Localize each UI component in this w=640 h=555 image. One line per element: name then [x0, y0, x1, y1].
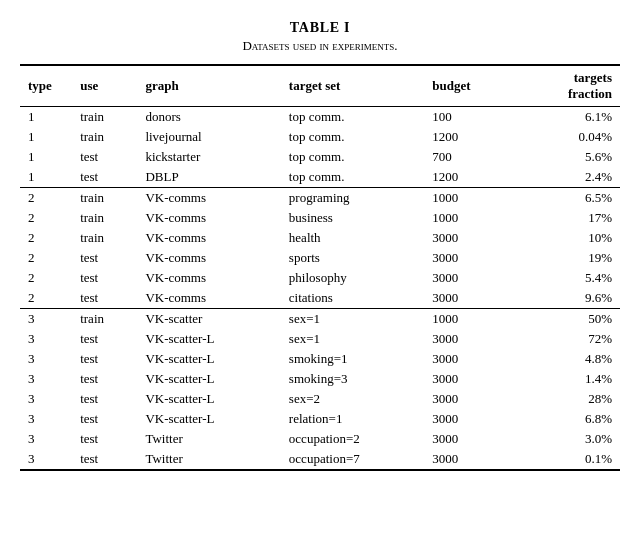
table-cell: smoking=1	[281, 349, 424, 369]
table-cell: 0.1%	[522, 449, 620, 470]
table-cell: VK-scatter-L	[137, 369, 280, 389]
table-row: 1trainlivejournaltop comm.12000.04%	[20, 127, 620, 147]
table-cell: 3000	[424, 228, 522, 248]
table-cell: 9.6%	[522, 288, 620, 309]
table-cell: test	[72, 147, 137, 167]
table-cell: occupation=7	[281, 449, 424, 470]
table-cell: VK-comms	[137, 288, 280, 309]
table-cell: 10%	[522, 228, 620, 248]
table-cell: top comm.	[281, 147, 424, 167]
table-cell: 1000	[424, 208, 522, 228]
table-cell: 700	[424, 147, 522, 167]
table-cell: 5.6%	[522, 147, 620, 167]
table-cell: 2	[20, 288, 72, 309]
table-cell: test	[72, 329, 137, 349]
table-cell: train	[72, 309, 137, 330]
table-cell: 3000	[424, 288, 522, 309]
table-cell: VK-scatter-L	[137, 409, 280, 429]
table-row: 2testVK-commsphilosophy30005.4%	[20, 268, 620, 288]
table-row: 2trainVK-commsbusiness100017%	[20, 208, 620, 228]
table-cell: DBLP	[137, 167, 280, 188]
table-cell: sex=2	[281, 389, 424, 409]
table-cell: Twitter	[137, 429, 280, 449]
table-cell: 3	[20, 429, 72, 449]
table-cell: 3	[20, 369, 72, 389]
table-cell: 3	[20, 309, 72, 330]
table-row: 3testTwitteroccupation=230003.0%	[20, 429, 620, 449]
table-cell: 3	[20, 329, 72, 349]
table-cell: VK-scatter-L	[137, 329, 280, 349]
col-header-targetset: target set	[281, 65, 424, 107]
table-cell: 1	[20, 167, 72, 188]
table-header-row: type use graph target set budget targets…	[20, 65, 620, 107]
table-cell: top comm.	[281, 107, 424, 128]
table-cell: 2	[20, 268, 72, 288]
table-row: 2testVK-commscitations30009.6%	[20, 288, 620, 309]
table-row: 3testVK-scatter-Lsex=1300072%	[20, 329, 620, 349]
table-cell: kickstarter	[137, 147, 280, 167]
table-cell: 50%	[522, 309, 620, 330]
col-header-budget: budget	[424, 65, 522, 107]
table-cell: test	[72, 369, 137, 389]
table-cell: test	[72, 248, 137, 268]
table-cell: 1.4%	[522, 369, 620, 389]
table-row: 3trainVK-scattersex=1100050%	[20, 309, 620, 330]
table-cell: business	[281, 208, 424, 228]
table-cell: 3000	[424, 369, 522, 389]
table-cell: 2.4%	[522, 167, 620, 188]
table-cell: train	[72, 107, 137, 128]
table-cell: 3000	[424, 329, 522, 349]
table-cell: health	[281, 228, 424, 248]
table-cell: test	[72, 449, 137, 470]
table-cell: 3	[20, 389, 72, 409]
table-row: 3testVK-scatter-Lrelation=130006.8%	[20, 409, 620, 429]
table-cell: VK-comms	[137, 228, 280, 248]
table-cell: programing	[281, 188, 424, 209]
table-cell: top comm.	[281, 167, 424, 188]
table-cell: 0.04%	[522, 127, 620, 147]
table-cell: train	[72, 127, 137, 147]
table-cell: sports	[281, 248, 424, 268]
table-cell: occupation=2	[281, 429, 424, 449]
table-cell: 72%	[522, 329, 620, 349]
table-cell: 3	[20, 449, 72, 470]
table-row: 2trainVK-commshealth300010%	[20, 228, 620, 248]
table-cell: test	[72, 288, 137, 309]
table-cell: philosophy	[281, 268, 424, 288]
table-cell: 3.0%	[522, 429, 620, 449]
table-row: 3testTwitteroccupation=730000.1%	[20, 449, 620, 470]
table-row: 1testkickstartertop comm.7005.6%	[20, 147, 620, 167]
table-cell: 3000	[424, 389, 522, 409]
col-header-fraction: targetsfraction	[522, 65, 620, 107]
table-cell: 17%	[522, 208, 620, 228]
table-cell: 4.8%	[522, 349, 620, 369]
table-row: 1traindonorstop comm.1006.1%	[20, 107, 620, 128]
table-cell: 3000	[424, 449, 522, 470]
table-title: TABLE I	[20, 20, 620, 36]
table-cell: 19%	[522, 248, 620, 268]
table-cell: 1000	[424, 309, 522, 330]
table-cell: 2	[20, 248, 72, 268]
table-cell: train	[72, 188, 137, 209]
table-cell: test	[72, 167, 137, 188]
table-cell: donors	[137, 107, 280, 128]
table-cell: test	[72, 389, 137, 409]
table-cell: train	[72, 208, 137, 228]
table-cell: VK-scatter	[137, 309, 280, 330]
table-cell: test	[72, 349, 137, 369]
table-cell: 3	[20, 409, 72, 429]
table-cell: 3000	[424, 349, 522, 369]
table-cell: train	[72, 228, 137, 248]
col-header-graph: graph	[137, 65, 280, 107]
table-row: 3testVK-scatter-Lsex=2300028%	[20, 389, 620, 409]
table-cell: VK-scatter-L	[137, 349, 280, 369]
table-row: 3testVK-scatter-Lsmoking=130004.8%	[20, 349, 620, 369]
table-cell: 6.1%	[522, 107, 620, 128]
table-cell: 6.5%	[522, 188, 620, 209]
table-cell: 1200	[424, 127, 522, 147]
table-cell: test	[72, 409, 137, 429]
table-cell: Twitter	[137, 449, 280, 470]
table-cell: livejournal	[137, 127, 280, 147]
table-cell: VK-comms	[137, 188, 280, 209]
table-subtitle: Datasets used in experiments.	[20, 38, 620, 54]
